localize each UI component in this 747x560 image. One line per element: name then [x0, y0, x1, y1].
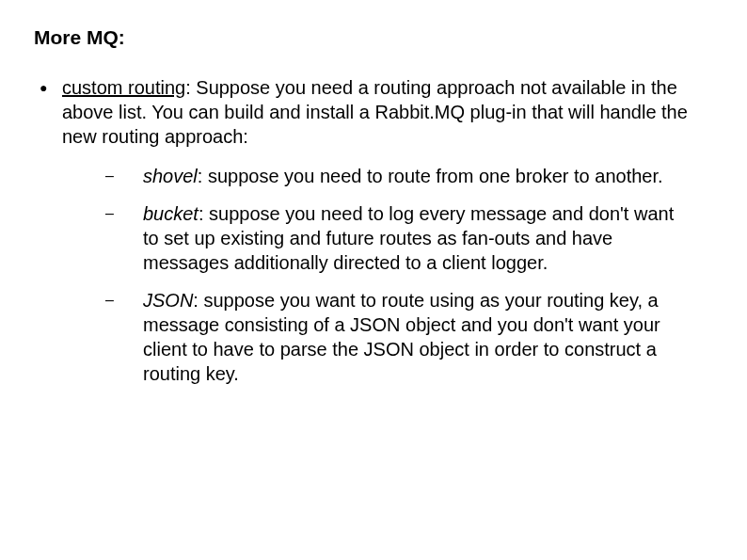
list-item-lead: JSON: [143, 290, 193, 311]
sub-bullet-list: – shovel: suppose you need to route from…: [103, 164, 709, 386]
list-item-rest: : suppose you want to route using as you…: [143, 290, 660, 384]
list-item-text: shovel: suppose you need to route from o…: [143, 164, 691, 188]
dash-icon: –: [103, 288, 143, 386]
list-item-text: bucket: suppose you need to log every me…: [143, 201, 709, 275]
main-bullet-text: custom routing: Suppose you need a routi…: [62, 75, 709, 149]
list-item-lead: bucket: [143, 203, 199, 224]
main-bullet-row: ● custom routing: Suppose you need a rou…: [40, 75, 709, 149]
dash-icon: –: [103, 164, 143, 188]
main-bullet-lead: custom routing: [62, 77, 185, 98]
list-item-text: JSON: suppose you want to route using as…: [143, 288, 709, 386]
list-item-rest: : suppose you need to route from one bro…: [198, 166, 663, 186]
list-item: – bucket: suppose you need to log every …: [103, 201, 709, 275]
slide-title: More MQ:: [34, 26, 709, 49]
list-item: – shovel: suppose you need to route from…: [103, 164, 709, 188]
slide: More MQ: ● custom routing: Suppose you n…: [0, 0, 747, 560]
bullet-disc-icon: ●: [40, 75, 62, 149]
list-item-lead: shovel: [143, 166, 198, 186]
list-item-rest: : suppose you need to log every message …: [143, 203, 674, 273]
list-item: – JSON: suppose you want to route using …: [103, 288, 709, 386]
dash-icon: –: [103, 201, 143, 275]
